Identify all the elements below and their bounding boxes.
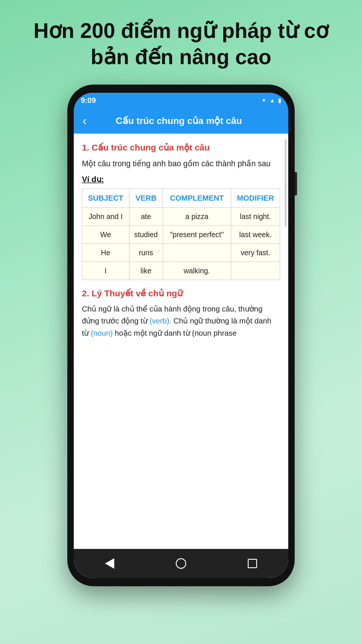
cell-subject-1: John and I (82, 207, 129, 225)
content-area: 1. Cấu trúc chung của một câu Một câu tr… (74, 134, 288, 549)
cell-modifier-3: very fast. (231, 244, 280, 262)
section2-body-text3: hoặc một ngữ danh từ (noun phrase (113, 329, 237, 337)
table-row: I like walking. (82, 262, 280, 280)
scrollbar[interactable] (285, 139, 287, 227)
cell-subject-3: He (82, 244, 129, 262)
cell-subject-2: We (82, 225, 129, 244)
back-icon (105, 558, 114, 569)
section2-title: 2. Lý Thuyết về chủ ngữ (82, 288, 280, 298)
table-row: John and I ate a pizza last night. (82, 207, 280, 225)
cell-complement-1: a pizza (163, 207, 231, 225)
table-header-row: SUBJECT VERB COMPLEMENT MODIFIER (82, 189, 280, 207)
table-row: He runs very fast. (82, 244, 280, 262)
nav-recents-button[interactable] (245, 556, 260, 571)
col-verb: VERB (129, 189, 163, 207)
phone-mockup: 9:09 ✦ ▲ ▮ ‹ Cấu trúc chung của một câu … (67, 85, 295, 586)
status-bar: 9:09 ✦ ▲ ▮ (74, 93, 288, 108)
cell-modifier-1: last night. (231, 207, 280, 225)
cell-verb-3: runs (129, 244, 163, 262)
example-label: Ví dụ: (82, 175, 280, 184)
phone-screen: 9:09 ✦ ▲ ▮ ‹ Cấu trúc chung của một câu … (74, 93, 288, 578)
col-modifier: MODIFIER (231, 189, 280, 207)
cell-subject-4: I (82, 262, 129, 280)
data-icon: ✦ (261, 97, 266, 104)
recents-icon (248, 559, 257, 568)
bottom-nav (74, 549, 288, 578)
cell-modifier-2: last week. (231, 225, 280, 244)
section2-noun-highlight: (noun) (91, 329, 113, 337)
section2-body: Chủ ngữ là chủ thể của hành động trong c… (82, 303, 280, 340)
status-icons: ✦ ▲ ▮ (261, 97, 281, 104)
cell-modifier-4 (231, 262, 280, 280)
top-bar: ‹ Cấu trúc chung của một câu (74, 108, 288, 134)
col-complement: COMPLEMENT (163, 189, 231, 207)
status-time: 9:09 (81, 96, 96, 105)
cell-complement-2: "present perfect" (163, 225, 231, 244)
home-icon (176, 558, 186, 569)
cell-complement-4: walking. (163, 262, 231, 280)
cell-verb-2: studied (129, 225, 163, 244)
battery-icon: ▮ (278, 97, 281, 104)
cell-verb-4: like (129, 262, 163, 280)
top-bar-title: Cấu trúc chung của một câu (90, 115, 282, 126)
cell-verb-1: ate (129, 207, 163, 225)
nav-back-button[interactable] (102, 556, 117, 571)
grammar-table: SUBJECT VERB COMPLEMENT MODIFIER John an… (82, 189, 280, 280)
section2-verb-highlight: (verb). (150, 316, 171, 325)
nav-home-button[interactable] (174, 556, 188, 571)
page-headline: Hơn 200 điểm ngữ pháp từ cơ bản đến nâng… (0, 0, 362, 85)
col-subject: SUBJECT (82, 189, 129, 207)
signal-icon: ▲ (269, 97, 275, 104)
section1-body: Một câu trong tiếng anh bao gồm các thàn… (82, 158, 280, 170)
table-row: We studied "present perfect" last week. (82, 225, 280, 244)
back-button[interactable]: ‹ (80, 114, 90, 127)
section1-title: 1. Cấu trúc chung của một câu (82, 142, 280, 153)
cell-complement-3 (163, 244, 231, 262)
